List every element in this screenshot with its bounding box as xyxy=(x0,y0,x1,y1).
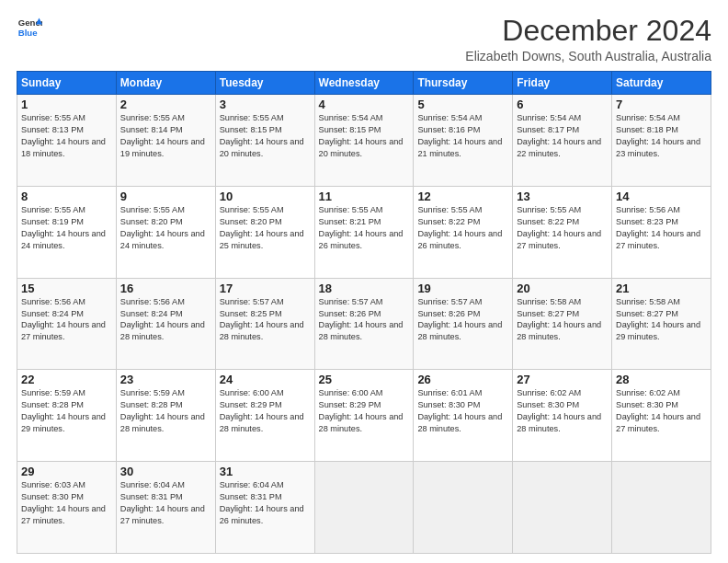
day-number: 5 xyxy=(417,98,508,111)
day-content: Sunrise: 6:04 AMSunset: 8:31 PMDaylight:… xyxy=(220,479,311,527)
day-content: Sunrise: 5:55 AMSunset: 8:19 PMDaylight:… xyxy=(21,204,112,252)
day-number: 18 xyxy=(319,282,410,295)
col-thursday: Thursday xyxy=(414,72,513,95)
day-content: Sunrise: 6:04 AMSunset: 8:31 PMDaylight:… xyxy=(120,479,211,527)
calendar-cell: 2Sunrise: 5:55 AMSunset: 8:14 PMDaylight… xyxy=(116,95,215,187)
day-content: Sunrise: 6:00 AMSunset: 8:29 PMDaylight:… xyxy=(319,387,410,435)
calendar-cell: 27Sunrise: 6:02 AMSunset: 8:30 PMDayligh… xyxy=(513,370,612,462)
day-number: 7 xyxy=(616,98,707,111)
col-tuesday: Tuesday xyxy=(215,72,314,95)
day-number: 12 xyxy=(417,190,508,203)
day-content: Sunrise: 5:55 AMSunset: 8:14 PMDaylight:… xyxy=(120,112,211,160)
day-content: Sunrise: 5:57 AMSunset: 8:26 PMDaylight:… xyxy=(319,296,410,344)
col-saturday: Saturday xyxy=(612,72,711,95)
calendar-header-row: Sunday Monday Tuesday Wednesday Thursday… xyxy=(17,72,711,95)
day-number: 10 xyxy=(220,190,311,203)
day-content: Sunrise: 5:55 AMSunset: 8:22 PMDaylight:… xyxy=(517,204,608,252)
day-number: 23 xyxy=(120,373,211,386)
day-number: 25 xyxy=(319,373,410,386)
calendar-cell: 31Sunrise: 6:04 AMSunset: 8:31 PMDayligh… xyxy=(215,462,314,554)
calendar-cell: 23Sunrise: 5:59 AMSunset: 8:28 PMDayligh… xyxy=(116,370,215,462)
day-content: Sunrise: 5:55 AMSunset: 8:15 PMDaylight:… xyxy=(220,112,311,160)
calendar-cell: 12Sunrise: 5:55 AMSunset: 8:22 PMDayligh… xyxy=(414,186,513,278)
day-content: Sunrise: 5:55 AMSunset: 8:22 PMDaylight:… xyxy=(417,204,508,252)
day-number: 4 xyxy=(319,98,410,111)
day-content: Sunrise: 5:55 AMSunset: 8:13 PMDaylight:… xyxy=(21,112,112,160)
calendar-cell: 20Sunrise: 5:58 AMSunset: 8:27 PMDayligh… xyxy=(513,278,612,370)
logo: General Blue xyxy=(17,15,42,40)
calendar-cell: 15Sunrise: 5:56 AMSunset: 8:24 PMDayligh… xyxy=(17,278,117,370)
day-number: 8 xyxy=(21,190,112,203)
day-number: 17 xyxy=(220,282,311,295)
day-number: 13 xyxy=(517,190,608,203)
day-content: Sunrise: 5:54 AMSunset: 8:18 PMDaylight:… xyxy=(616,112,707,160)
calendar-cell: 14Sunrise: 5:56 AMSunset: 8:23 PMDayligh… xyxy=(612,186,711,278)
main-title: December 2024 xyxy=(465,15,711,47)
day-content: Sunrise: 6:02 AMSunset: 8:30 PMDaylight:… xyxy=(616,387,707,435)
calendar-cell xyxy=(314,462,414,554)
calendar-cell: 6Sunrise: 5:54 AMSunset: 8:17 PMDaylight… xyxy=(513,95,612,187)
day-number: 26 xyxy=(417,373,508,386)
calendar-cell: 8Sunrise: 5:55 AMSunset: 8:19 PMDaylight… xyxy=(17,186,117,278)
day-content: Sunrise: 5:55 AMSunset: 8:20 PMDaylight:… xyxy=(220,204,311,252)
calendar-cell: 10Sunrise: 5:55 AMSunset: 8:20 PMDayligh… xyxy=(215,186,314,278)
calendar-cell: 19Sunrise: 5:57 AMSunset: 8:26 PMDayligh… xyxy=(414,278,513,370)
calendar-week-3: 15Sunrise: 5:56 AMSunset: 8:24 PMDayligh… xyxy=(17,278,711,370)
day-content: Sunrise: 5:59 AMSunset: 8:28 PMDaylight:… xyxy=(120,387,211,435)
day-number: 2 xyxy=(120,98,211,111)
col-sunday: Sunday xyxy=(17,72,117,95)
calendar-cell: 16Sunrise: 5:56 AMSunset: 8:24 PMDayligh… xyxy=(116,278,215,370)
day-content: Sunrise: 6:00 AMSunset: 8:29 PMDaylight:… xyxy=(220,387,311,435)
day-number: 20 xyxy=(517,282,608,295)
calendar-week-4: 22Sunrise: 5:59 AMSunset: 8:28 PMDayligh… xyxy=(17,370,711,462)
day-number: 24 xyxy=(220,373,311,386)
day-number: 27 xyxy=(517,373,608,386)
day-content: Sunrise: 6:03 AMSunset: 8:30 PMDaylight:… xyxy=(21,479,112,527)
calendar-week-2: 8Sunrise: 5:55 AMSunset: 8:19 PMDaylight… xyxy=(17,186,711,278)
calendar-cell: 21Sunrise: 5:58 AMSunset: 8:27 PMDayligh… xyxy=(612,278,711,370)
title-block: December 2024 Elizabeth Downs, South Aus… xyxy=(465,15,711,63)
calendar-cell: 7Sunrise: 5:54 AMSunset: 8:18 PMDaylight… xyxy=(612,95,711,187)
day-content: Sunrise: 5:56 AMSunset: 8:23 PMDaylight:… xyxy=(616,204,707,252)
calendar-cell: 1Sunrise: 5:55 AMSunset: 8:13 PMDaylight… xyxy=(17,95,117,187)
day-content: Sunrise: 5:54 AMSunset: 8:16 PMDaylight:… xyxy=(417,112,508,160)
calendar-cell: 13Sunrise: 5:55 AMSunset: 8:22 PMDayligh… xyxy=(513,186,612,278)
calendar-cell: 24Sunrise: 6:00 AMSunset: 8:29 PMDayligh… xyxy=(215,370,314,462)
day-content: Sunrise: 5:56 AMSunset: 8:24 PMDaylight:… xyxy=(120,296,211,344)
calendar-cell: 26Sunrise: 6:01 AMSunset: 8:30 PMDayligh… xyxy=(414,370,513,462)
day-number: 29 xyxy=(21,465,112,478)
day-number: 11 xyxy=(319,190,410,203)
day-number: 21 xyxy=(616,282,707,295)
calendar-cell: 3Sunrise: 5:55 AMSunset: 8:15 PMDaylight… xyxy=(215,95,314,187)
day-number: 6 xyxy=(517,98,608,111)
day-number: 22 xyxy=(21,373,112,386)
day-number: 15 xyxy=(21,282,112,295)
calendar-cell: 17Sunrise: 5:57 AMSunset: 8:25 PMDayligh… xyxy=(215,278,314,370)
day-content: Sunrise: 5:58 AMSunset: 8:27 PMDaylight:… xyxy=(616,296,707,344)
calendar-week-5: 29Sunrise: 6:03 AMSunset: 8:30 PMDayligh… xyxy=(17,462,711,554)
day-number: 14 xyxy=(616,190,707,203)
day-content: Sunrise: 6:02 AMSunset: 8:30 PMDaylight:… xyxy=(517,387,608,435)
day-number: 30 xyxy=(120,465,211,478)
day-number: 16 xyxy=(120,282,211,295)
calendar-cell: 9Sunrise: 5:55 AMSunset: 8:20 PMDaylight… xyxy=(116,186,215,278)
header: General Blue December 2024 Elizabeth Dow… xyxy=(17,15,711,63)
subtitle: Elizabeth Downs, South Australia, Austra… xyxy=(465,49,711,63)
day-content: Sunrise: 5:57 AMSunset: 8:25 PMDaylight:… xyxy=(220,296,311,344)
logo-icon: General Blue xyxy=(17,15,42,40)
day-content: Sunrise: 5:58 AMSunset: 8:27 PMDaylight:… xyxy=(517,296,608,344)
day-number: 31 xyxy=(220,465,311,478)
page: General Blue December 2024 Elizabeth Dow… xyxy=(0,0,728,563)
calendar-cell: 30Sunrise: 6:04 AMSunset: 8:31 PMDayligh… xyxy=(116,462,215,554)
day-number: 28 xyxy=(616,373,707,386)
calendar-cell: 5Sunrise: 5:54 AMSunset: 8:16 PMDaylight… xyxy=(414,95,513,187)
calendar-week-1: 1Sunrise: 5:55 AMSunset: 8:13 PMDaylight… xyxy=(17,95,711,187)
day-content: Sunrise: 5:54 AMSunset: 8:17 PMDaylight:… xyxy=(517,112,608,160)
svg-text:Blue: Blue xyxy=(18,28,38,38)
day-number: 3 xyxy=(220,98,311,111)
calendar-cell: 22Sunrise: 5:59 AMSunset: 8:28 PMDayligh… xyxy=(17,370,117,462)
day-content: Sunrise: 5:54 AMSunset: 8:15 PMDaylight:… xyxy=(319,112,410,160)
col-wednesday: Wednesday xyxy=(314,72,414,95)
col-friday: Friday xyxy=(513,72,612,95)
calendar-cell xyxy=(513,462,612,554)
